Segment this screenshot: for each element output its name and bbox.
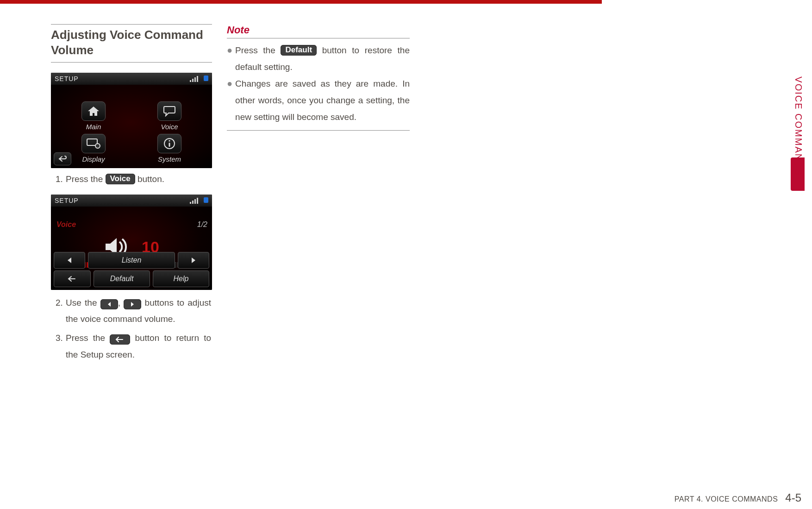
display-icon (81, 134, 106, 153)
default-pill: Default (281, 45, 317, 56)
bluetooth-icon (204, 75, 208, 81)
step-2: 2. Use the , buttons to adjust the voice… (56, 295, 212, 327)
setup-item-display[interactable]: Display (65, 133, 122, 163)
column-1: Adjusting Voice Command Volume SETUP (51, 24, 212, 363)
text-fragment: Use the (66, 298, 100, 308)
text-fragment: Press the (235, 45, 281, 55)
section-heading-wrap: Adjusting Voice Command Volume (51, 24, 212, 63)
svg-point-3 (169, 140, 170, 141)
step-text: Press the Voice button. (66, 171, 212, 187)
note-bullet-2: ● Changes are saved as they are made. In… (227, 75, 410, 126)
columns: Adjusting Voice Command Volume SETUP (51, 24, 597, 363)
bullet-icon: ● (227, 42, 232, 75)
screenshot-title-bar: SETUP (51, 195, 212, 207)
setup-item-label: Display (82, 155, 105, 163)
bottom-controls-row: Default Help (54, 270, 209, 287)
signal-icon (190, 198, 198, 204)
signal-icon (190, 76, 198, 82)
button-label: Listen (122, 256, 142, 264)
page-indicator: 1/2 (197, 220, 207, 229)
step-1: 1. Press the Voice button. (56, 171, 212, 187)
setup-screenshot-main: SETUP Main (51, 73, 212, 168)
setup-item-label: System (158, 155, 181, 163)
column-2: Note ● Press the Default button to resto… (227, 24, 410, 363)
setup-item-system[interactable]: System (141, 133, 198, 163)
content-area: Adjusting Voice Command Volume SETUP (51, 24, 597, 450)
listen-button[interactable]: Listen (88, 252, 175, 269)
left-arrow-icon (100, 299, 118, 309)
setup-item-label: Voice (161, 123, 178, 131)
section-heading: Adjusting Voice Command Volume (51, 27, 212, 57)
voice-pill: Voice (106, 174, 135, 184)
steps-list-2: 2. Use the , buttons to adjust the voice… (51, 295, 212, 363)
volume-up-button[interactable] (178, 252, 209, 269)
step-number: 3. (56, 330, 66, 362)
button-label: Help (174, 275, 189, 283)
steps-list-1: 1. Press the Voice button. (51, 171, 212, 187)
step-text: Use the , buttons to adjust the voice co… (66, 295, 212, 327)
text-fragment: Press the (66, 174, 106, 184)
button-label: Default (110, 275, 134, 283)
note-body: ● Press the Default button to restore th… (227, 42, 410, 126)
screenshot-body: Voice 1/2 10 (51, 207, 212, 290)
screenshot-body: Main Voice (51, 85, 212, 168)
text-fragment: button. (135, 174, 164, 184)
setup-item-main[interactable]: Main (65, 101, 122, 131)
voice-sublabel: Voice (56, 220, 76, 229)
info-icon (157, 134, 181, 153)
step-text: Press the button to return to the Setup … (66, 330, 212, 362)
volume-down-button[interactable] (54, 252, 85, 269)
step-3: 3. Press the button to return to the Set… (56, 330, 212, 362)
text-fragment: Press the (66, 333, 110, 343)
screenshot-title: SETUP (55, 75, 79, 82)
svg-point-1 (95, 144, 100, 148)
text-fragment: , (118, 298, 124, 308)
screenshot-title: SETUP (55, 197, 79, 204)
step-number: 2. (56, 295, 66, 327)
page-number: 4-5 (785, 491, 801, 504)
note-text: Changes are saved as they are made. In o… (235, 75, 410, 126)
default-button[interactable]: Default (94, 270, 150, 287)
svg-rect-4 (169, 143, 170, 147)
right-arrow-icon (124, 299, 141, 309)
bluetooth-icon (204, 197, 208, 203)
screenshot-title-bar: SETUP (51, 73, 212, 85)
back-button[interactable] (54, 152, 71, 165)
setup-item-label: Main (86, 123, 101, 131)
home-icon (81, 101, 106, 121)
back-arrow-icon (110, 334, 130, 345)
note-text: Press the Default button to restore the … (235, 42, 410, 75)
note-bottom-rule (227, 130, 410, 131)
page-footer: PART 4. VOICE COMMANDS 4-5 (675, 491, 801, 504)
volume-controls-row: Listen (54, 252, 209, 269)
footer-text: PART 4. VOICE COMMANDS (675, 495, 778, 503)
step-number: 1. (56, 171, 66, 187)
side-label: VOICE COMMANDS (793, 76, 804, 176)
voice-bubble-icon (157, 101, 181, 121)
top-red-bar (0, 0, 602, 4)
bullet-icon: ● (227, 75, 232, 126)
back-button[interactable] (54, 270, 91, 287)
note-heading: Note (227, 24, 410, 38)
help-button[interactable]: Help (153, 270, 209, 287)
setup-grid: Main Voice (65, 101, 198, 163)
note-bullet-1: ● Press the Default button to restore th… (227, 42, 410, 75)
setup-item-voice[interactable]: Voice (141, 101, 198, 131)
page: Adjusting Voice Command Volume SETUP (0, 0, 812, 509)
voice-volume-screenshot: SETUP Voice 1/2 10 (51, 195, 212, 290)
